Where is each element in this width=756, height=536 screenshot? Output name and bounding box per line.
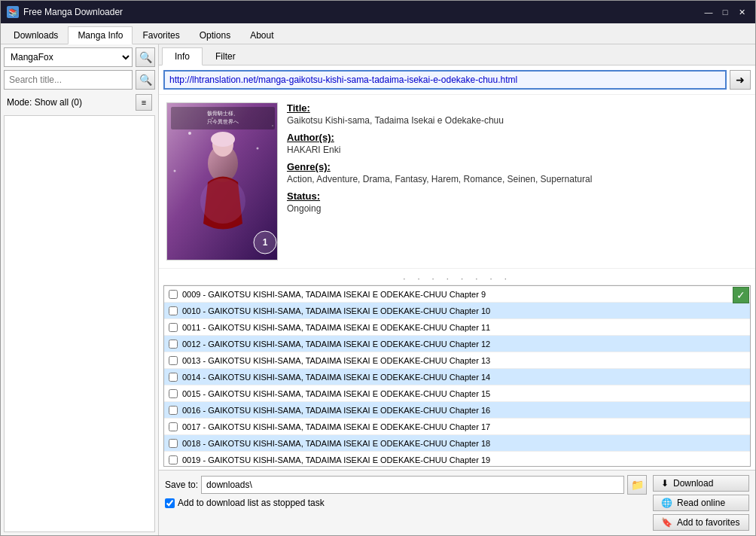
author-label: Author(s): [287, 132, 748, 143]
tab-favorites[interactable]: Favorites [133, 26, 189, 44]
check-all-icon: ✓ [736, 289, 745, 301]
source-go-button[interactable]: 🔍 [136, 47, 155, 67]
chapter-label: 0018 - GAIKOTSU KISHI-SAMA, TADAIMA ISEK… [182, 439, 490, 448]
svg-point-5 [174, 170, 176, 172]
chapter-section: · · · · · · · · ✓ 0009 - GAIKOTSU KISHI-… [159, 269, 755, 470]
tab-filter[interactable]: Filter [203, 47, 248, 65]
download-button[interactable]: ⬇ Download [653, 475, 749, 492]
download-icon: ⬇ [661, 478, 669, 489]
download-label: Download [673, 478, 713, 489]
chapter-checkbox[interactable] [169, 340, 178, 349]
chapter-label: 0014 - GAIKOTSU KISHI-SAMA, TADAIMA ISEK… [182, 373, 490, 382]
info-tabs: Info Filter [159, 44, 755, 65]
chapter-label: 0009 - GAIKOTSU KISHI-SAMA, TADAIMA ISEK… [182, 290, 486, 299]
chapter-label: 0013 - GAIKOTSU KISHI-SAMA, TADAIMA ISEK… [182, 356, 490, 365]
maximize-button[interactable]: □ [718, 5, 733, 20]
bottom-content: Save to: 📁 Add to download list as stopp… [165, 475, 749, 531]
tab-info[interactable]: Info [162, 47, 203, 65]
chapter-item[interactable]: 0011 - GAIKOTSU KISHI-SAMA, TADAIMA ISEK… [164, 319, 750, 336]
search-row: 🔍 [4, 70, 155, 90]
svg-text:只今異世界へ: 只今異世界へ [207, 119, 239, 125]
content-area: Info Filter ➜ [159, 44, 755, 535]
check-all-button[interactable]: ✓ [733, 287, 749, 303]
source-row: MangaFox MangaHere MangaReader 🔍 [4, 47, 155, 67]
chapter-label: 0010 - GAIKOTSU KISHI-SAMA, TADAIMA ISEK… [182, 306, 490, 315]
svg-point-9 [200, 178, 245, 224]
chapter-checkbox[interactable] [169, 356, 178, 365]
chapter-item[interactable]: 0019 - GAIKOTSU KISHI-SAMA, TADAIMA ISEK… [164, 452, 750, 467]
search-input[interactable] [4, 70, 133, 90]
chapter-item[interactable]: 0010 - GAIKOTSU KISHI-SAMA, TADAIMA ISEK… [164, 303, 750, 319]
chapter-label: 0012 - GAIKOTSU KISHI-SAMA, TADAIMA ISEK… [182, 340, 490, 349]
title-label: Title: [287, 102, 748, 114]
chapter-item[interactable]: 0012 - GAIKOTSU KISHI-SAMA, TADAIMA ISEK… [164, 336, 750, 352]
add-to-list-label: Add to download list as stopped task [178, 498, 325, 508]
url-input[interactable] [163, 70, 727, 90]
browse-folder-button[interactable]: 📁 [627, 475, 647, 495]
chapter-checkbox[interactable] [169, 323, 178, 332]
tab-downloads[interactable]: Downloads [4, 26, 68, 44]
bottom-panel: Save to: 📁 Add to download list as stopp… [159, 470, 755, 535]
title-bar: 📚 Free Manga Downloader — □ ✕ [1, 1, 755, 23]
chapter-checkbox[interactable] [169, 422, 178, 431]
genre-value: Action, Adventure, Drama, Fantasy, Harem… [287, 174, 748, 184]
save-row: Save to: 📁 [165, 475, 647, 495]
chapter-item[interactable]: 0017 - GAIKOTSU KISHI-SAMA, TADAIMA ISEK… [164, 419, 750, 435]
chapter-item[interactable]: 0015 - GAIKOTSU KISHI-SAMA, TADAIMA ISEK… [164, 385, 750, 402]
filter-button[interactable]: ≡ [136, 94, 152, 111]
chapter-item[interactable]: 0013 - GAIKOTSU KISHI-SAMA, TADAIMA ISEK… [164, 352, 750, 369]
search-button[interactable]: 🔍 [136, 70, 155, 90]
title-bar-left: 📚 Free Manga Downloader [7, 6, 123, 18]
chapter-checkbox[interactable] [169, 306, 178, 315]
chapter-item[interactable]: 0016 - GAIKOTSU KISHI-SAMA, TADAIMA ISEK… [164, 402, 750, 419]
chapter-item[interactable]: 0009 - GAIKOTSU KISHI-SAMA, TADAIMA ISEK… [164, 286, 750, 303]
close-button[interactable]: ✕ [734, 5, 749, 20]
title-value: Gaikotsu Kishi-sama, Tadaima Isekai e Od… [287, 115, 748, 126]
tab-manga-info[interactable]: Manga Info [68, 26, 133, 44]
chapter-item[interactable]: 0018 - GAIKOTSU KISHI-SAMA, TADAIMA ISEK… [164, 435, 750, 452]
chapter-checkbox[interactable] [169, 373, 178, 382]
chapter-dots: · · · · · · · · [163, 272, 751, 285]
tab-about[interactable]: About [240, 26, 283, 44]
chapter-label: 0017 - GAIKOTSU KISHI-SAMA, TADAIMA ISEK… [182, 422, 490, 431]
manga-info-panel: 骸骨騎士様、 只今異世界へ 1 Title: Gaikotsu Kishi-sa… [159, 95, 755, 269]
svg-point-1 [188, 132, 191, 135]
main-content: MangaFox MangaHere MangaReader 🔍 🔍 Mode:… [1, 44, 755, 535]
chapter-checkbox[interactable] [169, 455, 178, 464]
favorites-icon: 🔖 [661, 517, 672, 528]
save-path-input[interactable] [201, 476, 624, 494]
chapter-checkbox[interactable] [169, 290, 178, 299]
url-go-button[interactable]: ➜ [730, 70, 751, 90]
window-controls: — □ ✕ [701, 5, 749, 20]
minimize-button[interactable]: — [701, 5, 716, 20]
source-select[interactable]: MangaFox MangaHere MangaReader [4, 47, 133, 67]
manga-list [4, 115, 155, 532]
author-value: HAKARI Enki [287, 145, 748, 155]
chapter-checkbox[interactable] [169, 389, 178, 398]
svg-text:骸骨騎士様、: 骸骨騎士様、 [207, 111, 239, 117]
url-row: ➜ [159, 65, 755, 95]
sidebar: MangaFox MangaHere MangaReader 🔍 🔍 Mode:… [1, 44, 159, 535]
manga-cover: 骸骨騎士様、 只今異世界へ 1 [166, 102, 278, 260]
chapter-checkbox[interactable] [169, 439, 178, 448]
chapter-list[interactable]: 0009 - GAIKOTSU KISHI-SAMA, TADAIMA ISEK… [163, 285, 751, 467]
read-online-icon: 🌐 [661, 498, 672, 508]
read-online-button[interactable]: 🌐 Read online [653, 495, 749, 511]
chapter-item[interactable]: 0014 - GAIKOTSU KISHI-SAMA, TADAIMA ISEK… [164, 369, 750, 385]
svg-point-2 [257, 148, 259, 150]
status-label: Status: [287, 190, 748, 202]
add-favorites-button[interactable]: 🔖 Add to favorites [653, 514, 749, 531]
svg-point-8 [211, 132, 235, 147]
chapter-list-container: ✓ 0009 - GAIKOTSU KISHI-SAMA, TADAIMA IS… [163, 285, 751, 467]
add-to-list-row: Add to download list as stopped task [165, 498, 647, 508]
menu-tabs: Downloads Manga Info Favorites Options A… [1, 23, 755, 44]
app-window: 📚 Free Manga Downloader — □ ✕ Downloads … [0, 0, 756, 536]
chapter-label: 0011 - GAIKOTSU KISHI-SAMA, TADAIMA ISEK… [182, 323, 490, 332]
action-buttons: ⬇ Download 🌐 Read online 🔖 Add to favori… [653, 475, 749, 531]
add-to-list-checkbox[interactable] [165, 498, 175, 508]
mode-text: Mode: Show all (0) [7, 97, 82, 108]
save-to-label: Save to: [165, 480, 198, 490]
chapter-checkbox[interactable] [169, 406, 178, 415]
tab-options[interactable]: Options [190, 26, 240, 44]
chapter-label: 0015 - GAIKOTSU KISHI-SAMA, TADAIMA ISEK… [182, 389, 490, 398]
